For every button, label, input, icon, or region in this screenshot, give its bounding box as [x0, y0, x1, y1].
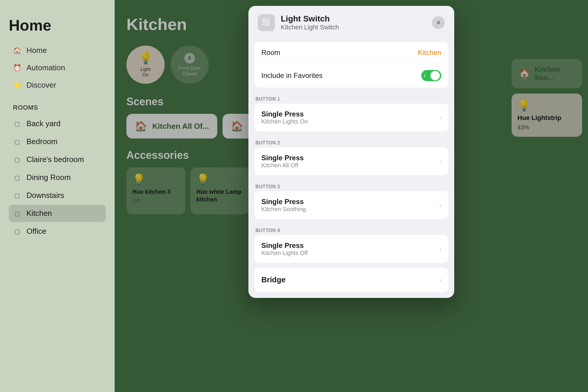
room-value: Kitchen [418, 49, 441, 57]
modal-close-button[interactable]: ✕ [432, 16, 445, 29]
button2-item[interactable]: Single Press Kitchen All Off › [254, 147, 448, 175]
sidebar-item-automation-label: Automation [26, 63, 65, 72]
room-label: Room [261, 49, 280, 57]
button4-chevron: › [439, 246, 441, 252]
sidebar-item-bedroom[interactable]: ▢ Bedroom [9, 133, 106, 150]
toggle-knob [430, 71, 440, 80]
modal-subtitle: Kitchen Light Switch [281, 24, 426, 31]
room-label-downstairs: Downstairs [26, 191, 64, 200]
button1-left: Single Press Kitchen Lights On [261, 110, 308, 125]
button2-chevron: › [439, 158, 441, 165]
favorites-label: Include in Favorites [261, 71, 323, 80]
modal-title: Light Switch [281, 14, 426, 24]
room-label-bedroom: Bedroom [26, 137, 58, 146]
room-label-dining: Dining Room [26, 173, 71, 182]
button1-chevron: › [439, 114, 441, 121]
switch-icon: ⬜ [262, 18, 271, 27]
modal-title-group: Light Switch Kitchen Light Switch [281, 14, 426, 31]
button2-left: Single Press Kitchen All Off [261, 154, 304, 169]
bridge-label: Bridge [261, 275, 285, 284]
button2-header: BUTTON 2 [248, 136, 454, 147]
button1-row: Single Press Kitchen Lights On › [254, 104, 448, 131]
automation-icon: ⏰ [13, 64, 21, 72]
button4-scene: Kitchen Lights Off [261, 250, 308, 256]
room-icon-kitchen: ▢ [13, 209, 21, 218]
sidebar-item-home[interactable]: 🏠 Home [9, 42, 106, 59]
button4-item[interactable]: Single Press Kitchen Lights Off › [254, 235, 448, 263]
button4-left: Single Press Kitchen Lights Off [261, 241, 308, 256]
room-icon-dining: ▢ [13, 174, 21, 182]
sidebar-item-discover-label: Discover [26, 81, 56, 90]
sidebar-item-dining-room[interactable]: ▢ Dining Room [9, 169, 106, 186]
button2-scene: Kitchen All Off [261, 162, 304, 169]
bridge-chevron: › [439, 276, 441, 283]
room-label-office: Office [26, 227, 46, 236]
sidebar-item-kitchen[interactable]: ▢ Kitchen [9, 205, 106, 222]
button3-item[interactable]: Single Press Kitchen Soothing › [254, 191, 448, 219]
button1-action: Single Press [261, 110, 308, 118]
info-section: Room Kitchen Include in Favorites I [254, 42, 448, 88]
favorites-toggle[interactable]: I [421, 70, 441, 81]
sidebar-item-downstairs[interactable]: ▢ Downstairs [9, 187, 106, 204]
bridge-section: Bridge › [254, 268, 448, 292]
sidebar-item-office[interactable]: ▢ Office [9, 223, 106, 240]
button4-row: Single Press Kitchen Lights Off › [254, 235, 448, 263]
sidebar-item-home-label: Home [26, 46, 47, 55]
room-icon-claires: ▢ [13, 156, 21, 164]
sidebar-item-claires-bedroom[interactable]: ▢ Claire's bedroom [9, 151, 106, 168]
button3-row: Single Press Kitchen Soothing › [254, 191, 448, 219]
bridge-row[interactable]: Bridge › [254, 268, 448, 292]
room-row: Room Kitchen [254, 42, 448, 64]
room-icon-downstairs: ▢ [13, 191, 21, 200]
button2-row: Single Press Kitchen All Off › [254, 147, 448, 175]
modal-header: ⬜ Light Switch Kitchen Light Switch ✕ [248, 6, 454, 37]
button1-item[interactable]: Single Press Kitchen Lights On › [254, 104, 448, 131]
room-icon-office: ▢ [13, 227, 21, 236]
favorites-row: Include in Favorites I [254, 64, 448, 88]
button2-action: Single Press [261, 154, 304, 162]
discover-icon: ⭐ [13, 81, 21, 89]
button3-scene: Kitchen Soothing [261, 206, 306, 213]
main-content: Kitchen 💡 LightOn ⏸ Front DoorClosed Sce… [115, 0, 588, 392]
button1-header: BUTTON 1 [248, 92, 454, 104]
button3-left: Single Press Kitchen Soothing [261, 198, 306, 213]
button3-action: Single Press [261, 198, 306, 206]
room-icon-bedroom: ▢ [13, 138, 21, 146]
room-label-claires: Claire's bedroom [26, 155, 84, 164]
room-label-kitchen: Kitchen [26, 209, 52, 218]
sidebar-item-automation[interactable]: ⏰ Automation [9, 60, 106, 76]
modal: ⬜ Light Switch Kitchen Light Switch ✕ Ro… [248, 6, 454, 298]
rooms-list: ▢ Back yard ▢ Bedroom ▢ Claire's bedroom… [9, 115, 106, 240]
sidebar: Home 🏠 Home ⏰ Automation ⭐ Discover Room… [0, 0, 115, 392]
close-icon: ✕ [436, 19, 441, 26]
sidebar-item-discover[interactable]: ⭐ Discover [9, 77, 106, 93]
sidebar-nav: 🏠 Home ⏰ Automation ⭐ Discover [9, 42, 106, 93]
button4-action: Single Press [261, 241, 308, 250]
modal-body: Room Kitchen Include in Favorites I BUTT… [248, 42, 454, 292]
app-title: Home [9, 18, 106, 33]
button3-header: BUTTON 3 [248, 180, 454, 191]
modal-device-icon: ⬜ [258, 14, 275, 31]
room-label-backyard: Back yard [26, 119, 61, 128]
rooms-section-title: Rooms [9, 104, 106, 111]
button4-header: BUTTON 4 [248, 224, 454, 235]
home-icon: 🏠 [13, 46, 21, 55]
button3-chevron: › [439, 202, 441, 208]
room-icon-backyard: ▢ [13, 120, 21, 128]
button1-scene: Kitchen Lights On [261, 118, 308, 125]
toggle-label: I [424, 74, 425, 78]
sidebar-item-backyard[interactable]: ▢ Back yard [9, 115, 106, 132]
